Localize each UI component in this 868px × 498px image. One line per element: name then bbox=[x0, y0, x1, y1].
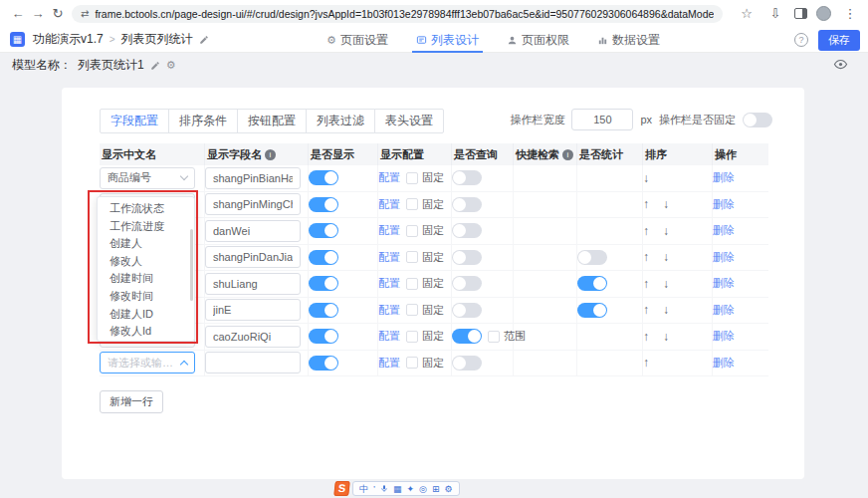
field-name-input[interactable] bbox=[205, 273, 301, 295]
delete-link[interactable]: 删除 bbox=[713, 170, 735, 185]
sort-down-button[interactable]: ↓ bbox=[663, 224, 669, 238]
forward-icon[interactable]: → bbox=[28, 6, 48, 21]
config-tab-列表过滤[interactable]: 列表过滤 bbox=[306, 109, 375, 133]
sort-down-button[interactable]: ↓ bbox=[663, 303, 669, 317]
dropdown-option[interactable]: 修改时间 bbox=[98, 288, 194, 306]
side-panel-icon[interactable] bbox=[794, 8, 807, 19]
punctuation-icon[interactable]: ’ bbox=[373, 483, 375, 495]
fixed-checkbox[interactable]: 固定 bbox=[406, 276, 444, 291]
show-toggle[interactable] bbox=[309, 356, 338, 371]
app-logo-icon[interactable]: ▦ bbox=[10, 32, 25, 47]
save-button[interactable]: 保存 bbox=[818, 30, 860, 51]
header-tab-页面权限[interactable]: 页面权限 bbox=[507, 27, 569, 53]
show-toggle[interactable] bbox=[309, 170, 338, 185]
dropdown-option[interactable]: 修改人Id bbox=[98, 323, 194, 341]
reload-icon[interactable]: ↻ bbox=[48, 6, 68, 21]
fixed-checkbox[interactable]: 固定 bbox=[406, 223, 444, 238]
config-link[interactable]: 配置 bbox=[378, 223, 400, 238]
query-toggle[interactable] bbox=[452, 329, 482, 344]
fixed-checkbox[interactable]: 固定 bbox=[406, 170, 444, 185]
dropdown-option[interactable]: 创建人ID bbox=[98, 306, 194, 324]
mic-icon[interactable] bbox=[380, 484, 388, 493]
language-mode-icon[interactable]: 中 bbox=[359, 483, 368, 495]
stat-toggle[interactable] bbox=[577, 303, 607, 318]
dropdown-option[interactable]: 工作流状态 bbox=[98, 200, 194, 218]
show-toggle[interactable] bbox=[309, 197, 338, 212]
config-link[interactable]: 配置 bbox=[378, 170, 400, 185]
site-settings-icon[interactable]: ⇄ bbox=[81, 8, 89, 19]
field-name-input[interactable] bbox=[205, 193, 301, 215]
sort-down-button[interactable]: ↓ bbox=[663, 330, 669, 344]
field-name-input[interactable] bbox=[205, 352, 301, 374]
config-link[interactable]: 配置 bbox=[378, 329, 400, 344]
keyboard-icon[interactable]: ▦ bbox=[393, 483, 402, 495]
delete-link[interactable]: 删除 bbox=[713, 276, 735, 291]
config-link[interactable]: 配置 bbox=[378, 276, 400, 291]
config-link[interactable]: 配置 bbox=[378, 356, 400, 371]
sort-down-button[interactable]: ↓ bbox=[663, 250, 669, 264]
config-link[interactable]: 配置 bbox=[378, 303, 400, 318]
sort-up-button[interactable]: ↑ bbox=[643, 303, 649, 317]
query-toggle[interactable] bbox=[452, 276, 482, 291]
dropdown-option[interactable]: 修改人 bbox=[98, 253, 194, 271]
field-name-input[interactable] bbox=[205, 246, 301, 268]
show-toggle[interactable] bbox=[309, 329, 338, 344]
config-link[interactable]: 配置 bbox=[378, 197, 400, 212]
fixed-checkbox[interactable]: 固定 bbox=[406, 250, 444, 265]
sogou-logo-icon[interactable]: S bbox=[333, 481, 350, 496]
stat-toggle[interactable] bbox=[577, 250, 607, 265]
settings-gear-icon[interactable]: ⚙ bbox=[444, 483, 452, 495]
sort-up-button[interactable]: ↑ bbox=[643, 250, 649, 264]
dropdown-option[interactable]: 创建时间 bbox=[98, 270, 194, 288]
delete-link[interactable]: 删除 bbox=[713, 356, 735, 371]
show-toggle[interactable] bbox=[309, 303, 338, 318]
query-toggle[interactable] bbox=[452, 223, 482, 238]
address-bar[interactable]: ⇄ frame.bctools.cn/page-design-ui/#/crud… bbox=[72, 5, 723, 23]
preview-eye-icon[interactable] bbox=[833, 57, 848, 72]
header-tab-数据设置[interactable]: 数据设置 bbox=[597, 27, 660, 53]
sort-down-button[interactable]: ↓ bbox=[663, 277, 669, 291]
cn-name-select[interactable]: 请选择或输入中文名 bbox=[100, 352, 195, 374]
emoji-icon[interactable]: ◎ bbox=[419, 483, 427, 495]
sort-up-button[interactable]: ↑ bbox=[643, 356, 649, 370]
add-row-button[interactable]: 新增一行 bbox=[100, 390, 163, 413]
bookmark-star-icon[interactable]: ☆ bbox=[737, 6, 757, 21]
help-icon[interactable]: ? bbox=[794, 33, 808, 47]
model-edit-pencil-icon[interactable] bbox=[150, 61, 160, 71]
field-name-input[interactable] bbox=[205, 326, 301, 348]
dropdown-option[interactable]: 工作流进度 bbox=[98, 218, 194, 236]
stat-toggle[interactable] bbox=[577, 276, 607, 291]
query-toggle[interactable] bbox=[452, 250, 482, 265]
download-icon[interactable]: ⇩ bbox=[765, 6, 785, 21]
sort-up-button[interactable]: ↑ bbox=[643, 197, 649, 211]
edit-pencil-icon[interactable] bbox=[199, 35, 209, 45]
header-tab-页面设置[interactable]: ⚙页面设置 bbox=[326, 27, 388, 53]
dropdown-option[interactable]: 创建人 bbox=[98, 235, 194, 253]
config-tab-排序条件[interactable]: 排序条件 bbox=[168, 109, 238, 133]
fixed-checkbox[interactable]: 固定 bbox=[406, 303, 444, 318]
delete-link[interactable]: 删除 bbox=[713, 197, 735, 212]
query-toggle[interactable] bbox=[452, 170, 482, 185]
breadcrumb-app[interactable]: 功能演示v1.7 bbox=[33, 31, 104, 48]
config-tab-字段配置[interactable]: 字段配置 bbox=[100, 109, 169, 133]
query-toggle[interactable] bbox=[452, 303, 482, 318]
show-toggle[interactable] bbox=[309, 250, 338, 265]
show-toggle[interactable] bbox=[309, 223, 338, 238]
delete-link[interactable]: 删除 bbox=[713, 329, 735, 344]
avatar[interactable] bbox=[816, 6, 831, 21]
fixed-checkbox[interactable]: 固定 bbox=[406, 329, 444, 344]
show-toggle[interactable] bbox=[309, 276, 338, 291]
back-icon[interactable]: ← bbox=[8, 6, 28, 21]
delete-link[interactable]: 删除 bbox=[713, 303, 735, 318]
fixed-checkbox[interactable]: 固定 bbox=[406, 356, 444, 371]
sort-up-button[interactable]: ↑ bbox=[643, 224, 649, 238]
fixed-checkbox[interactable]: 固定 bbox=[406, 197, 444, 212]
header-tab-列表设计[interactable]: 列表设计 bbox=[416, 27, 479, 53]
op-width-input[interactable] bbox=[571, 109, 633, 130]
sort-down-button[interactable]: ↓ bbox=[663, 197, 669, 211]
config-tab-表头设置[interactable]: 表头设置 bbox=[374, 109, 444, 133]
skin-icon[interactable]: ✦ bbox=[407, 483, 415, 495]
dropdown-scrollbar[interactable] bbox=[190, 229, 193, 301]
op-fixed-toggle[interactable] bbox=[743, 113, 772, 127]
model-gear-icon[interactable]: ⚙ bbox=[166, 59, 176, 72]
